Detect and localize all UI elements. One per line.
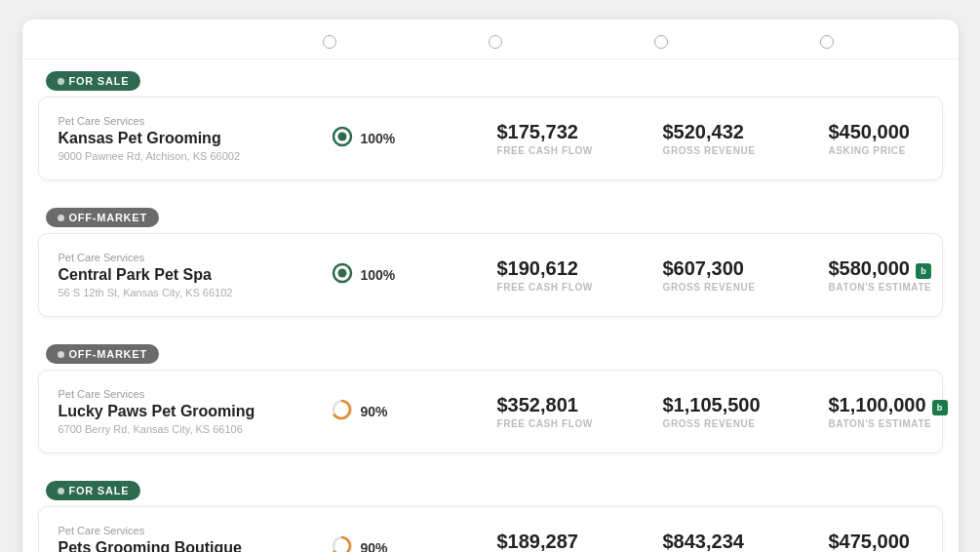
asking-value: $580,000 bbox=[829, 257, 910, 280]
asking-label: BATON'S ESTIMATE bbox=[829, 418, 948, 429]
listing-section-pets-grooming-boutique: FOR SALE Pet Care Services Pets Grooming… bbox=[22, 469, 959, 552]
fcf-value: $175,732 bbox=[497, 121, 663, 143]
header-match bbox=[319, 35, 485, 49]
listing-address: 56 S 12th St, Kansas City, KS 66102 bbox=[59, 287, 332, 298]
listing-gross-pets-grooming-boutique: $843,234 GROSS REVENUE bbox=[663, 531, 829, 552]
baton-estimate-badge: b bbox=[932, 400, 948, 415]
listing-name: Lucky Paws Pet Grooming bbox=[59, 403, 332, 420]
match-score-pct: 90% bbox=[361, 404, 388, 419]
listing-name: Central Park Pet Spa bbox=[59, 266, 332, 284]
match-score-pct: 100% bbox=[361, 267, 396, 283]
listing-address: 9000 Pawnee Rd, Atchison, KS 66002 bbox=[59, 150, 332, 162]
listing-gross-kansas-pet-grooming: $520,432 GROSS REVENUE bbox=[663, 121, 829, 156]
listing-match-pets-grooming-boutique: 90% bbox=[332, 535, 497, 552]
match-score-pct: 100% bbox=[361, 131, 396, 146]
match-score-wrap: 90% bbox=[332, 399, 497, 424]
badge-label: FOR SALE bbox=[69, 485, 130, 496]
fcf-value: $190,612 bbox=[497, 257, 663, 280]
match-score-pct: 90% bbox=[361, 540, 388, 552]
listing-card-central-park-pet-spa[interactable]: Pet Care Services Central Park Pet Spa 5… bbox=[38, 233, 943, 317]
listing-name: Pets Grooming Boutique bbox=[59, 539, 332, 552]
listing-card-pets-grooming-boutique[interactable]: Pet Care Services Pets Grooming Boutique… bbox=[38, 506, 943, 552]
listing-match-kansas-pet-grooming: 100% bbox=[332, 126, 497, 151]
gross-value: $607,300 bbox=[663, 257, 829, 280]
asking-detail: $580,000 b BATON'S ESTIMATE bbox=[829, 257, 932, 293]
listing-info-central-park-pet-spa: Pet Care Services Central Park Pet Spa 5… bbox=[59, 252, 332, 298]
gross-value: $1,105,500 bbox=[663, 394, 829, 416]
listing-section-kansas-pet-grooming: FOR SALE Pet Care Services Kansas Pet Gr… bbox=[22, 59, 959, 196]
match-score-icon bbox=[332, 262, 353, 288]
badge-pets-grooming-boutique[interactable]: FOR SALE bbox=[46, 481, 141, 500]
gross-label: GROSS REVENUE bbox=[663, 145, 829, 156]
listing-asking-pets-grooming-boutique: $475,000 ASKING PRICE bbox=[829, 531, 959, 552]
listing-asking-kansas-pet-grooming: $450,000 ASKING PRICE bbox=[829, 121, 959, 156]
asking-label: ASKING PRICE bbox=[829, 145, 959, 156]
badge-label: OFF-MARKET bbox=[69, 348, 147, 360]
listing-section-lucky-paws-pet-grooming: OFF-MARKET Pet Care Services Lucky Paws … bbox=[22, 333, 959, 469]
table-header bbox=[22, 20, 959, 59]
listing-asking-central-park-pet-spa: $580,000 b BATON'S ESTIMATE bbox=[829, 257, 959, 293]
header-asking bbox=[816, 35, 959, 49]
badge-row-pets-grooming-boutique: FOR SALE bbox=[38, 469, 943, 506]
fcf-label: FREE CASH FLOW bbox=[497, 145, 663, 156]
listing-category: Pet Care Services bbox=[59, 252, 332, 263]
listing-section-central-park-pet-spa: OFF-MARKET Pet Care Services Central Par… bbox=[22, 196, 959, 333]
badge-dot bbox=[58, 488, 64, 494]
badge-central-park-pet-spa[interactable]: OFF-MARKET bbox=[46, 208, 159, 227]
listings-container: FOR SALE Pet Care Services Kansas Pet Gr… bbox=[22, 20, 959, 552]
gross-value: $843,234 bbox=[663, 531, 829, 552]
asking-value: $475,000 bbox=[829, 531, 959, 552]
asking-value: $450,000 bbox=[829, 121, 959, 143]
asking-wrap: $1,100,000 b BATON'S ESTIMATE bbox=[829, 394, 959, 429]
listings-body: FOR SALE Pet Care Services Kansas Pet Gr… bbox=[22, 59, 959, 552]
listing-category: Pet Care Services bbox=[59, 388, 332, 400]
listing-match-lucky-paws-pet-grooming: 90% bbox=[332, 399, 497, 424]
badge-dot bbox=[58, 78, 64, 85]
listing-name: Kansas Pet Grooming bbox=[59, 130, 332, 147]
header-fcf bbox=[485, 35, 650, 49]
badge-lucky-paws-pet-grooming[interactable]: OFF-MARKET bbox=[46, 344, 159, 364]
listing-info-lucky-paws-pet-grooming: Pet Care Services Lucky Paws Pet Groomin… bbox=[59, 388, 332, 435]
gross-label: GROSS REVENUE bbox=[663, 418, 829, 429]
match-score-info-icon[interactable] bbox=[323, 35, 336, 49]
gross-info-icon[interactable] bbox=[654, 35, 668, 49]
gross-label: GROSS REVENUE bbox=[663, 282, 829, 293]
badge-dot bbox=[58, 215, 64, 221]
badge-label: FOR SALE bbox=[69, 75, 130, 87]
header-gross bbox=[650, 35, 816, 49]
match-score-wrap: 100% bbox=[332, 262, 497, 288]
badge-row-lucky-paws-pet-grooming: OFF-MARKET bbox=[38, 333, 943, 370]
listing-fcf-pets-grooming-boutique: $189,287 FREE CASH FLOW bbox=[497, 531, 663, 552]
badge-kansas-pet-grooming[interactable]: FOR SALE bbox=[46, 71, 141, 91]
match-score-wrap: 100% bbox=[332, 126, 497, 151]
asking-info-icon[interactable] bbox=[820, 35, 834, 49]
gross-value: $520,432 bbox=[663, 121, 829, 143]
listing-fcf-kansas-pet-grooming: $175,732 FREE CASH FLOW bbox=[497, 121, 663, 156]
asking-label: BATON'S ESTIMATE bbox=[829, 282, 932, 293]
asking-detail: $1,100,000 b BATON'S ESTIMATE bbox=[829, 394, 948, 429]
match-score-wrap: 90% bbox=[332, 535, 497, 552]
listing-card-kansas-pet-grooming[interactable]: Pet Care Services Kansas Pet Grooming 90… bbox=[38, 97, 943, 180]
listing-fcf-central-park-pet-spa: $190,612 FREE CASH FLOW bbox=[497, 257, 663, 293]
fcf-label: FREE CASH FLOW bbox=[497, 282, 663, 293]
listing-category: Pet Care Services bbox=[59, 525, 332, 536]
listing-address: 6700 Berry Rd, Kansas City, KS 66106 bbox=[59, 423, 332, 435]
baton-estimate-badge: b bbox=[916, 263, 931, 279]
fcf-info-icon[interactable] bbox=[489, 35, 502, 49]
listing-match-central-park-pet-spa: 100% bbox=[332, 262, 497, 288]
asking-value: $1,100,000 bbox=[829, 394, 926, 416]
svg-point-1 bbox=[337, 133, 346, 141]
listing-gross-lucky-paws-pet-grooming: $1,105,500 GROSS REVENUE bbox=[663, 394, 829, 429]
fcf-value: $352,801 bbox=[497, 394, 663, 416]
badge-dot bbox=[58, 351, 64, 358]
match-score-icon bbox=[332, 399, 353, 424]
badge-row-central-park-pet-spa: OFF-MARKET bbox=[38, 196, 943, 233]
listing-card-lucky-paws-pet-grooming[interactable]: Pet Care Services Lucky Paws Pet Groomin… bbox=[38, 370, 943, 453]
listing-gross-central-park-pet-spa: $607,300 GROSS REVENUE bbox=[663, 257, 829, 293]
fcf-label: FREE CASH FLOW bbox=[497, 418, 663, 429]
badge-row-kansas-pet-grooming: FOR SALE bbox=[38, 59, 943, 97]
match-score-icon bbox=[332, 535, 353, 552]
listing-fcf-lucky-paws-pet-grooming: $352,801 FREE CASH FLOW bbox=[497, 394, 663, 429]
badge-label: OFF-MARKET bbox=[69, 212, 147, 223]
asking-wrap: $580,000 b BATON'S ESTIMATE bbox=[829, 257, 959, 293]
